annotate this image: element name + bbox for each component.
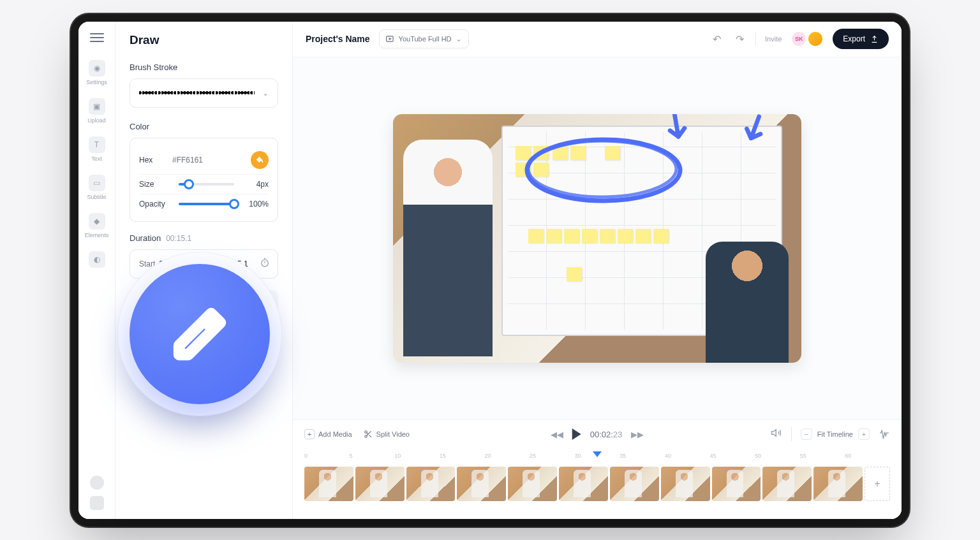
svg-point-0 xyxy=(261,259,268,266)
main-area: Project's Name YouTube Full HD ⌄ ↶ ↷ Inv… xyxy=(293,22,902,519)
clip[interactable] xyxy=(457,467,506,501)
split-label: Split Video xyxy=(376,430,410,438)
left-rail: ◉ Settings ▣ Upload T Text ▭ Subtitle ◆ … xyxy=(78,22,115,519)
opacity-slider[interactable] xyxy=(179,203,234,205)
skip-forward-button[interactable]: ▶▶ xyxy=(631,430,644,439)
export-button[interactable]: Export xyxy=(833,29,889,49)
rail-label: Text xyxy=(91,156,102,162)
person-graphic xyxy=(706,242,789,363)
rail-label: Settings xyxy=(86,79,107,85)
size-slider[interactable] xyxy=(179,183,234,186)
clip[interactable] xyxy=(712,467,761,501)
avatar[interactable]: SK xyxy=(791,31,807,47)
clip[interactable] xyxy=(610,467,659,501)
skip-back-button[interactable]: ◀◀ xyxy=(551,430,563,439)
upload-icon: ▣ xyxy=(89,98,105,115)
clip[interactable] xyxy=(508,467,557,501)
chevron-down-icon: ⌄ xyxy=(262,89,269,98)
clip-track: + xyxy=(304,467,890,501)
rail-more[interactable]: ◐ xyxy=(78,246,115,273)
brush-stroke-select[interactable]: ⌄ xyxy=(130,78,278,108)
size-value: 4px xyxy=(241,180,269,189)
svg-point-4 xyxy=(364,431,367,434)
color-settings: Hex #FF6161 Size 4px Opacity 100% xyxy=(130,138,278,222)
rail-text[interactable]: T Text xyxy=(78,131,115,167)
clip[interactable] xyxy=(304,467,353,501)
add-clip-button[interactable]: + xyxy=(865,467,890,501)
clip[interactable] xyxy=(661,467,710,501)
end-value[interactable]: 00:15.1 xyxy=(223,259,248,268)
brush-label: Brush Stroke xyxy=(130,62,278,72)
zoom-in-button[interactable]: + xyxy=(858,428,870,440)
resolution-preset[interactable]: YouTube Full HD ⌄ xyxy=(379,29,469,48)
fit-label[interactable]: Fit Timeline xyxy=(817,430,853,438)
timeline-toolbar: +Add Media Split Video ◀◀ 00:02:23 ▶▶ − … xyxy=(293,420,902,449)
clip[interactable] xyxy=(559,467,608,501)
opacity-value: 100% xyxy=(241,200,269,208)
waveform-icon[interactable] xyxy=(879,427,890,441)
project-name[interactable]: Project's Name xyxy=(306,34,370,44)
subtitle-icon: ▭ xyxy=(89,175,105,191)
svg-point-5 xyxy=(364,435,367,438)
duration-value: 00:15.1 xyxy=(166,234,191,243)
playhead[interactable] xyxy=(593,451,602,457)
rail-settings[interactable]: ◉ Settings xyxy=(78,55,115,91)
svg-point-3 xyxy=(528,141,676,197)
app-window: ◉ Settings ▣ Upload T Text ▭ Subtitle ◆ … xyxy=(78,22,902,519)
add-media-label: Add Media xyxy=(318,430,352,438)
menu-icon[interactable] xyxy=(90,31,104,45)
stopwatch-icon[interactable] xyxy=(260,258,270,270)
color-label: Color xyxy=(130,122,278,131)
split-video-button[interactable]: Split Video xyxy=(364,430,410,439)
video-preview[interactable] xyxy=(393,114,801,363)
hex-label: Hex xyxy=(139,156,172,164)
person-graphic xyxy=(403,140,493,356)
avatar[interactable] xyxy=(807,31,824,47)
clip[interactable] xyxy=(762,467,812,501)
stroke-preview xyxy=(139,92,255,94)
timeline[interactable]: 051015202530354045505560 + xyxy=(293,449,902,519)
timecode: 00:02:23 xyxy=(590,430,623,439)
undo-button[interactable]: ↶ xyxy=(709,32,724,46)
invite-button[interactable]: Invite xyxy=(765,35,782,43)
rail-label: Elements xyxy=(85,232,109,238)
play-button[interactable] xyxy=(572,428,581,440)
canvas-area xyxy=(293,57,902,420)
preset-label: YouTube Full HD xyxy=(399,35,452,43)
chevron-down-icon: ⌄ xyxy=(456,34,462,43)
collaborator-avatars: SK xyxy=(791,31,824,47)
clip[interactable] xyxy=(813,467,863,501)
help-icon[interactable] xyxy=(90,476,104,490)
rail-upload[interactable]: ▣ Upload xyxy=(78,93,115,129)
zoom-out-button[interactable]: − xyxy=(801,428,812,440)
panel-title: Draw xyxy=(130,33,278,47)
clip[interactable] xyxy=(355,467,405,501)
clip[interactable] xyxy=(406,467,456,501)
volume-icon[interactable] xyxy=(771,427,782,441)
more-icon: ◐ xyxy=(89,251,105,268)
paint-bucket-icon[interactable] xyxy=(251,151,269,169)
elements-icon: ◆ xyxy=(89,213,105,230)
rail-label: Upload xyxy=(87,117,106,124)
pencil-badge xyxy=(130,264,270,404)
rail-subtitle[interactable]: ▭ Subtitle xyxy=(78,170,115,205)
start-label: Start xyxy=(139,259,155,268)
topbar: Project's Name YouTube Full HD ⌄ ↶ ↷ Inv… xyxy=(293,22,902,57)
opacity-label: Opacity xyxy=(139,200,172,208)
rail-elements[interactable]: ◆ Elements xyxy=(78,208,115,244)
text-icon: T xyxy=(89,136,105,153)
export-label: Export xyxy=(843,34,865,43)
size-label: Size xyxy=(139,180,172,189)
gear-icon: ◉ xyxy=(89,60,105,77)
annotation-circle xyxy=(521,132,687,208)
redo-button[interactable]: ↷ xyxy=(732,32,746,46)
pencil-icon xyxy=(172,307,227,361)
duration-label: Duration xyxy=(130,233,161,243)
keyboard-icon[interactable] xyxy=(90,496,104,510)
fit-timeline: − Fit Timeline + xyxy=(801,428,870,440)
rail-label: Subtitle xyxy=(87,194,106,200)
hex-value[interactable]: #FF6161 xyxy=(172,156,251,164)
add-media-button[interactable]: +Add Media xyxy=(304,429,352,439)
